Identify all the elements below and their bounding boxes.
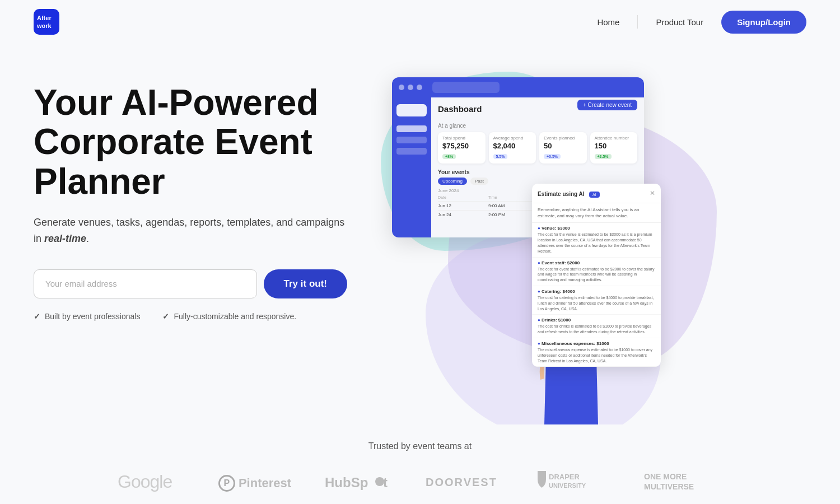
brand-doorvest: DOORVEST — [426, 470, 498, 496]
checkmarks: ✓ Built by event professionals ✓ Fully-c… — [34, 312, 347, 321]
brand-draper: DRAPER UNIVERSITY — [532, 468, 610, 498]
ai-item-misc-desc: The miscellaneous expense is estimated t… — [538, 347, 655, 363]
header: After work Home Product Tour Signup/Logi… — [0, 0, 840, 44]
check-item-1: ✓ Built by event professionals — [34, 312, 140, 321]
stat-badge-1: +8% — [442, 154, 456, 159]
sidebar-logo — [396, 104, 427, 116]
ai-item-drinks-desc: The cost for drinks is estimated to be $… — [538, 324, 655, 335]
svg-text:work: work — [36, 22, 52, 29]
ai-item-staff: ● Event staff: $2000 The cost for event … — [532, 258, 661, 286]
svg-text:DOORVEST: DOORVEST — [426, 476, 497, 488]
trusted-title: Trusted by event teams at — [34, 441, 806, 451]
stat-total-spend: Total spend $75,250 +8% — [438, 132, 486, 164]
ai-item-catering: ● Catering: $4000 The cost for catering … — [532, 286, 661, 315]
svg-text:DRAPER: DRAPER — [549, 473, 580, 481]
tab-past[interactable]: Past — [470, 178, 488, 185]
ai-item-drinks-title: ● Drinks: $1000 — [538, 318, 655, 323]
brand-onemoreverse: ONE MORE MULTIVERSE — [644, 468, 722, 498]
hero-visual: Dashboard + Create new event At a glance… — [347, 66, 806, 424]
cell-time-2: 2:00 PM — [488, 212, 536, 217]
logo[interactable]: After work — [34, 9, 59, 35]
ai-estimate-panel: Estimate using AI AI ✕ Remember, anythin… — [532, 184, 661, 367]
dashboard-sidebar — [392, 97, 431, 237]
ai-item-staff-desc: The cost for event staff is estimated to… — [538, 267, 655, 283]
nav-divider — [637, 15, 638, 29]
check-label-2: Fully-customizable and responsive. — [174, 312, 296, 321]
svg-text:MULTIVERSE: MULTIVERSE — [644, 482, 694, 491]
check-label-1: Built by event professionals — [45, 312, 140, 321]
stat-label-1: Total spend — [442, 136, 481, 141]
ai-item-misc-title: ● Miscellaneous expenses: $1000 — [538, 341, 655, 346]
email-form: Try it out! — [34, 269, 347, 298]
stat-label-3: Events planned — [544, 136, 582, 141]
col-time: Time — [488, 195, 536, 199]
ai-panel-note: Remember, anything the AI Assistant tell… — [532, 203, 661, 223]
trusted-section: Trusted by event teams at Google P Pinte… — [0, 424, 840, 504]
hero-section: Your AI-Powered Corporate Event Planner … — [0, 44, 840, 424]
stat-badge-2: 5.5% — [493, 154, 508, 159]
nav-product-tour[interactable]: Product Tour — [656, 17, 703, 27]
email-input[interactable] — [34, 269, 257, 298]
cell-date-2: Jun 24 — [438, 212, 486, 217]
sidebar-item-2 — [396, 137, 427, 143]
stat-attendees: Attendee number 150 +2.5% — [590, 132, 638, 164]
ai-badge: AI — [589, 192, 600, 198]
cell-time: 9:00 AM — [488, 203, 536, 208]
main-nav: Home Product Tour Signup/Login — [597, 11, 806, 34]
ai-item-staff-title: ● Event staff: $2000 — [538, 260, 655, 265]
svg-text:UNIVERSITY: UNIVERSITY — [549, 482, 586, 489]
svg-text:ONE MORE: ONE MORE — [644, 472, 687, 481]
stat-avg-spend: Average spend $2,040 5.5% — [489, 132, 536, 164]
stat-events-planned: Events planned 50 +0.5% — [539, 132, 587, 164]
svg-text:HubSp: HubSp — [325, 475, 368, 490]
svg-text:t: t — [383, 475, 388, 490]
ai-item-catering-desc: The cost for catering is estimated to be… — [538, 295, 655, 311]
stat-label-2: Average spend — [493, 136, 532, 141]
your-events-label: Your events — [438, 169, 637, 175]
svg-text:After: After — [37, 15, 52, 21]
ai-panel-close[interactable]: ✕ — [650, 189, 655, 197]
dashboard-title: Dashboard — [438, 104, 482, 114]
ai-item-drinks: ● Drinks: $1000 The cost for drinks is e… — [532, 315, 661, 338]
signup-login-button[interactable]: Signup/Login — [721, 11, 806, 34]
svg-text:Google: Google — [118, 472, 172, 492]
stat-badge-3: +0.5% — [544, 154, 561, 159]
checkmark-icon-2: ✓ — [162, 312, 169, 321]
window-dot-1 — [399, 85, 404, 90]
nav-home[interactable]: Home — [597, 17, 619, 27]
stat-value-4: 150 — [595, 142, 633, 150]
ai-panel-header: Estimate using AI AI ✕ — [532, 184, 661, 203]
ai-item-catering-title: ● Catering: $4000 — [538, 289, 655, 294]
stat-value-3: 50 — [544, 142, 582, 150]
window-dot-3 — [417, 85, 422, 90]
col-date: Date — [438, 195, 486, 199]
sidebar-item-3 — [396, 148, 427, 155]
checkmark-icon-1: ✓ — [34, 312, 40, 321]
brand-pinterest: P Pinterest — [218, 475, 291, 492]
stat-label-4: Attendee number — [595, 136, 633, 141]
sidebar-item-1 — [396, 125, 427, 132]
dashboard-topbar — [392, 77, 644, 97]
tab-upcoming[interactable]: Upcoming — [438, 178, 467, 185]
stat-value-1: $75,250 — [442, 142, 481, 150]
stat-badge-4: +2.5% — [595, 154, 612, 159]
svg-rect-0 — [34, 9, 59, 35]
brand-hubspot: HubSp t — [325, 470, 392, 496]
brand-logos-row: Google P Pinterest HubSp t DOORVEST DRAP… — [34, 468, 806, 498]
hero-subtitle: Generate venues, tasks, agendas, reports… — [34, 214, 347, 247]
try-it-out-button[interactable]: Try it out! — [264, 269, 347, 298]
brand-google: Google — [118, 470, 185, 496]
create-event-button[interactable]: + Create new event — [577, 100, 637, 110]
stat-value-2: $2,040 — [493, 142, 532, 150]
ai-item-venue-desc: The cost for the venue is estimated to b… — [538, 232, 655, 254]
stats-row: Total spend $75,250 +8% Average spend $2… — [438, 132, 637, 164]
ai-item-venue: ● Venue: $3000 The cost for the venue is… — [532, 223, 661, 257]
ai-item-venue-title: ● Venue: $3000 — [538, 226, 655, 231]
topbar-search — [432, 82, 500, 93]
check-item-2: ✓ Fully-customizable and responsive. — [162, 312, 296, 321]
ai-item-misc: ● Miscellaneous expenses: $1000 The misc… — [532, 338, 661, 367]
window-dot-2 — [408, 85, 413, 90]
hero-title: Your AI-Powered Corporate Event Planner — [34, 83, 347, 201]
cell-date: Jun 12 — [438, 203, 486, 208]
hero-content: Your AI-Powered Corporate Event Planner … — [34, 66, 347, 424]
